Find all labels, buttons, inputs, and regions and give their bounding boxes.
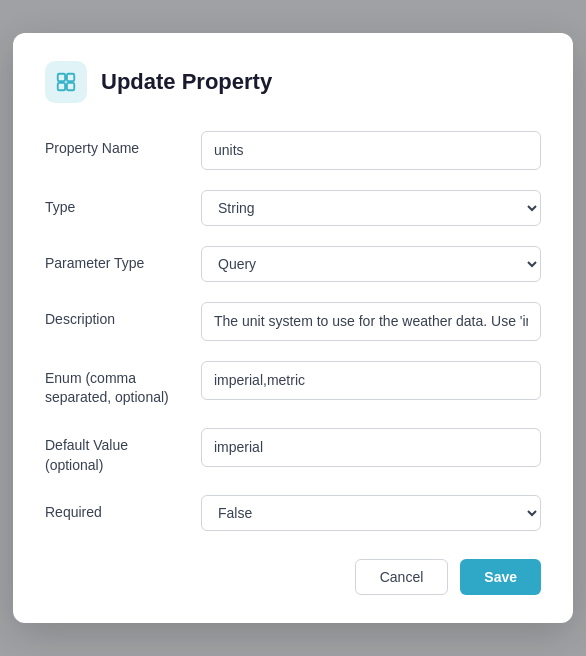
svg-rect-3: [67, 83, 74, 90]
description-label: Description: [45, 302, 185, 330]
default-value-label: Default Value (optional): [45, 428, 185, 475]
default-value-row: Default Value (optional): [45, 428, 541, 475]
type-label: Type: [45, 190, 185, 218]
property-name-label: Property Name: [45, 131, 185, 159]
cancel-button[interactable]: Cancel: [355, 559, 449, 595]
description-control: [201, 302, 541, 341]
save-button[interactable]: Save: [460, 559, 541, 595]
dialog-header: Update Property: [45, 61, 541, 103]
property-name-control: [201, 131, 541, 170]
enum-label: Enum (comma separated, optional): [45, 361, 185, 408]
type-select[interactable]: String Number Boolean Array Object: [201, 190, 541, 226]
svg-rect-0: [58, 74, 65, 81]
property-name-input[interactable]: [201, 131, 541, 170]
default-value-input[interactable]: [201, 428, 541, 467]
enum-control: [201, 361, 541, 400]
header-icon-container: [45, 61, 87, 103]
update-property-dialog: Update Property Property Name Type Strin…: [13, 33, 573, 623]
svg-rect-2: [58, 83, 65, 90]
parameter-type-row: Parameter Type Query Path Header Body: [45, 246, 541, 282]
dialog-title: Update Property: [101, 69, 272, 95]
parameter-type-label: Parameter Type: [45, 246, 185, 274]
enum-input[interactable]: [201, 361, 541, 400]
required-label: Required: [45, 495, 185, 523]
description-input[interactable]: [201, 302, 541, 341]
required-control: False True: [201, 495, 541, 531]
update-property-icon: [55, 71, 77, 93]
type-control: String Number Boolean Array Object: [201, 190, 541, 226]
default-value-control: [201, 428, 541, 467]
parameter-type-select[interactable]: Query Path Header Body: [201, 246, 541, 282]
svg-rect-1: [67, 74, 74, 81]
dialog-overlay: Update Property Property Name Type Strin…: [0, 0, 586, 656]
required-row: Required False True: [45, 495, 541, 531]
property-name-row: Property Name: [45, 131, 541, 170]
dialog-footer: Cancel Save: [45, 559, 541, 595]
type-row: Type String Number Boolean Array Object: [45, 190, 541, 226]
required-select[interactable]: False True: [201, 495, 541, 531]
enum-row: Enum (comma separated, optional): [45, 361, 541, 408]
parameter-type-control: Query Path Header Body: [201, 246, 541, 282]
description-row: Description: [45, 302, 541, 341]
